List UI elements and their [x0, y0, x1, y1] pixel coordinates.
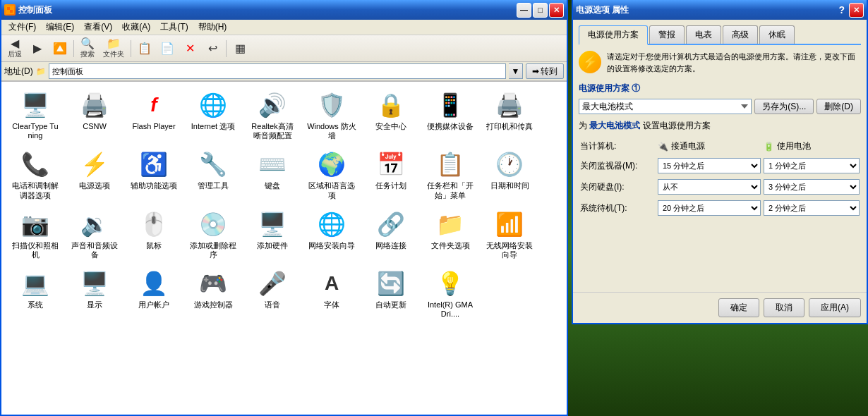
- menu-help[interactable]: 帮助(H): [194, 20, 231, 35]
- icon-network-conn[interactable]: 🔗 网络连接: [363, 207, 419, 263]
- views-icon: ▦: [235, 43, 246, 54]
- monitor-ac-select[interactable]: 15 分钟之后: [658, 158, 761, 173]
- icon-system[interactable]: 💻 系统: [7, 266, 64, 322]
- icon-internet[interactable]: 🌐 Internet 选项: [185, 87, 241, 144]
- icon-winfw[interactable]: 🛡️ Windows 防火墙: [303, 87, 360, 144]
- icon-speech[interactable]: 🎤 语音: [244, 266, 301, 322]
- icon-folder-opt[interactable]: 📁 文件夹选项: [422, 207, 478, 263]
- icon-tasks[interactable]: 📅 任务计划: [363, 147, 419, 203]
- copy-button[interactable]: 📄: [157, 37, 178, 60]
- standby-battery-select[interactable]: 2 分钟之后: [764, 200, 860, 216]
- icon-network-setup[interactable]: 🌐 网络安装向导: [303, 207, 360, 263]
- icon-datetime[interactable]: 🕐 日期和时间: [481, 147, 538, 203]
- icon-display[interactable]: 🖥️ 显示: [66, 266, 123, 322]
- ac-label: 接通电源: [671, 140, 705, 152]
- addhw-label: 添加硬件: [257, 241, 288, 250]
- back-button[interactable]: ◀ 后退: [4, 37, 25, 60]
- icon-keyboard[interactable]: ⌨️ 键盘: [244, 147, 301, 203]
- up-button[interactable]: 🔼: [49, 37, 71, 60]
- standby-label: 系统待机(T):: [579, 197, 656, 219]
- undo-button[interactable]: ↩: [202, 37, 223, 60]
- gamepad-label: 游戏控制器: [194, 300, 233, 310]
- forward-button[interactable]: ▶: [27, 37, 48, 60]
- back-label: 后退: [8, 49, 22, 59]
- tab-meter[interactable]: 电表: [686, 25, 721, 44]
- tab-power-scheme[interactable]: 电源使用方案: [579, 25, 648, 45]
- icon-realtek[interactable]: 🔊 Realtek高清晰音频配置: [244, 87, 301, 144]
- tab-advanced[interactable]: 高级: [723, 25, 758, 44]
- printer-icon: 🖨️: [495, 91, 524, 119]
- internet-label: Internet 选项: [191, 122, 235, 131]
- icon-startmenu[interactable]: 📋 任务栏和「开始」菜单: [422, 147, 478, 203]
- icon-gamepad[interactable]: 🎮 游戏控制器: [185, 266, 241, 322]
- addressbar: 地址(D) 📁 控制面板 ▼ ➡ 转到: [1, 62, 567, 82]
- icon-csnw[interactable]: 🖨️ CSNW: [66, 87, 123, 144]
- flash-label: Flash Player: [132, 122, 175, 131]
- cancel-button[interactable]: 取消: [764, 298, 804, 317]
- menu-favorites[interactable]: 收藏(A): [118, 20, 155, 35]
- scheme-select[interactable]: 最大电池模式: [579, 99, 752, 114]
- views-button[interactable]: ▦: [229, 37, 251, 60]
- icon-addremove[interactable]: 💿 添加或删除程序: [185, 207, 241, 263]
- maximize-button[interactable]: □: [533, 3, 548, 18]
- tab-hibernate[interactable]: 休眠: [759, 25, 795, 44]
- go-label: 转到: [541, 66, 557, 78]
- close-button[interactable]: ✕: [549, 3, 564, 18]
- network-setup-label: 网络安装向导: [308, 241, 355, 250]
- move-button[interactable]: 📋: [134, 37, 155, 60]
- icon-mgmt[interactable]: 🔧 管理工具: [185, 147, 241, 203]
- address-go-button[interactable]: ➡ 转到: [526, 63, 564, 79]
- icon-portable[interactable]: 📱 便携媒体设备: [422, 87, 478, 144]
- menu-tools[interactable]: 工具(T): [156, 20, 192, 35]
- standby-ac-select[interactable]: 20 分钟之后: [658, 200, 761, 216]
- menu-file[interactable]: 文件(F): [4, 20, 40, 35]
- toolbar: ◀ 后退 ▶ 🔼 🔍 搜索 📁 文件夹 📋 📄 ✕ ↩: [1, 35, 567, 62]
- hdd-battery-select[interactable]: 3 分钟之后: [764, 179, 860, 195]
- folders-icon: 📁: [107, 38, 121, 49]
- dialog-controls: ? ✕: [836, 3, 864, 18]
- monitor-battery-select[interactable]: 1 分钟之后: [764, 158, 860, 173]
- icon-intel[interactable]: 💡 Intel(R) GMA Dri....: [422, 266, 478, 322]
- save-as-button[interactable]: 另存为(S)...: [754, 99, 814, 114]
- icon-users[interactable]: 👤 用户帐户: [126, 266, 182, 322]
- icon-printer[interactable]: 🖨️ 打印机和传真: [481, 87, 538, 144]
- gamepad-icon: 🎮: [199, 269, 227, 298]
- tasks-label: 任务计划: [375, 181, 406, 190]
- icon-power[interactable]: ⚡ 电源选项: [66, 147, 123, 203]
- hdd-ac-select[interactable]: 从不: [658, 179, 761, 195]
- apply-button[interactable]: 应用(A): [809, 298, 861, 317]
- help-button[interactable]: ?: [836, 4, 848, 16]
- icon-scanner[interactable]: 📷 扫描仪和照相机: [7, 207, 64, 263]
- icon-flash[interactable]: f Flash Player: [126, 87, 182, 144]
- icon-addhw[interactable]: 🖥️ 添加硬件: [244, 207, 301, 263]
- icon-cleartype[interactable]: 🖥️ ClearType Tuning: [7, 87, 64, 144]
- power-icon: ⚡: [80, 150, 109, 178]
- speech-icon: 🎤: [258, 269, 287, 298]
- address-dropdown-button[interactable]: ▼: [509, 63, 523, 79]
- menu-edit[interactable]: 编辑(E): [42, 20, 78, 35]
- wireless-label: 无线网络安装向导: [485, 241, 534, 259]
- icon-sound[interactable]: 🔉 声音和音频设备: [66, 207, 123, 263]
- ok-button[interactable]: 确定: [718, 298, 759, 317]
- folders-button[interactable]: 📁 文件夹: [100, 37, 128, 60]
- sound-icon: 🔉: [80, 210, 109, 238]
- settings-prefix: 为: [579, 121, 589, 130]
- tab-alarms[interactable]: 警报: [649, 25, 685, 44]
- monitor-ac-cell: 15 分钟之后: [656, 155, 762, 176]
- icon-phone[interactable]: 📞 电话和调制解调器选项: [7, 147, 64, 203]
- icon-autoupdate[interactable]: 🔄 自动更新: [363, 266, 419, 322]
- icon-access[interactable]: ♿ 辅助功能选项: [126, 147, 182, 203]
- delete-button[interactable]: 删除(D): [816, 99, 861, 114]
- icon-mouse[interactable]: 🖱️ 鼠标: [126, 207, 182, 263]
- svg-rect-1: [7, 7, 10, 10]
- icon-wireless[interactable]: 📶 无线网络安装向导: [481, 207, 538, 263]
- menu-view[interactable]: 查看(V): [80, 20, 116, 35]
- access-label: 辅助功能选项: [131, 181, 177, 190]
- icon-fonts[interactable]: A 字体: [303, 266, 360, 322]
- icon-region[interactable]: 🌍 区域和语言选项: [303, 147, 360, 203]
- minimize-button[interactable]: —: [517, 3, 531, 18]
- delete-button[interactable]: ✕: [179, 37, 200, 60]
- dialog-close-button[interactable]: ✕: [849, 3, 864, 18]
- search-button[interactable]: 🔍 搜索: [77, 37, 98, 60]
- icon-security[interactable]: 🔒 安全中心: [363, 87, 419, 144]
